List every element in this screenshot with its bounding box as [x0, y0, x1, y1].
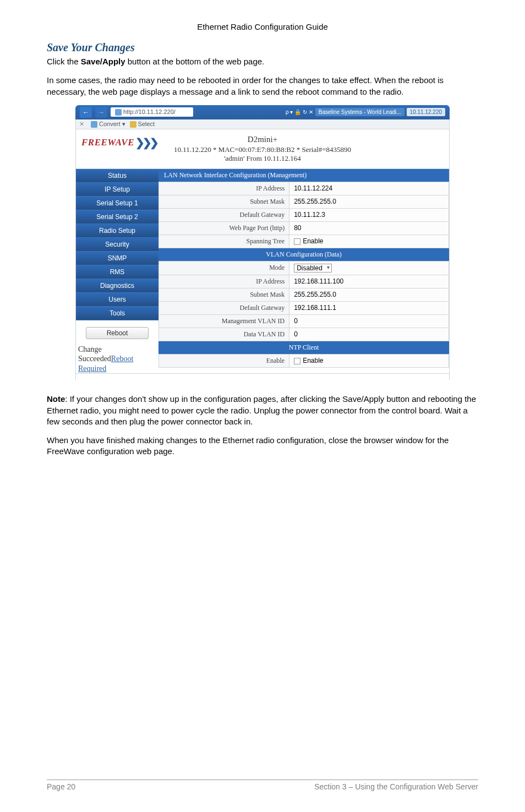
screenshot: ← → http://10.11.12.220/ ρ ▾ 🔒 ↻ ✕ Basel…: [75, 105, 450, 381]
sidebar-item-security[interactable]: Security: [76, 238, 158, 252]
lan-ip-label: IP Address: [159, 182, 289, 195]
chevron-icon: ❯❯❯: [135, 136, 157, 149]
forward-button[interactable]: →: [95, 107, 107, 118]
section-vlan-header: VLAN Configuration (Data): [158, 248, 449, 261]
sidebar-item-serial-1[interactable]: Serial Setup 1: [76, 197, 158, 210]
lan-span-label: Spanning Tree: [159, 235, 289, 248]
vlan-mode-label: Mode: [159, 261, 289, 275]
admin-from-line: 'admin' From 10.11.12.164: [80, 154, 445, 163]
callout-succeeded: Succeeded: [78, 355, 111, 363]
browser-toolbar: ✕ Convert ▾ Select: [75, 119, 450, 129]
sidebar-item-diagnostics[interactable]: Diagnostics: [76, 279, 158, 293]
reboot-link[interactable]: Reboot: [111, 355, 133, 363]
section-lan-header: LAN Network Interface Configuration (Man…: [158, 169, 449, 182]
select-icon: [130, 121, 136, 128]
section-title: Save Your Changes: [47, 41, 478, 54]
vlan-mask-label: Subnet Mask: [159, 288, 289, 301]
vlan-ip-value[interactable]: 192.168.111.100: [289, 275, 449, 288]
intro-paragraph-1: Click the Save/Apply button at the botto…: [47, 56, 478, 67]
search-controls[interactable]: ρ ▾ 🔒 ↻ ✕: [286, 109, 313, 115]
convert-icon: [91, 121, 97, 128]
freewave-logo: FREEWAVE❯❯❯: [81, 136, 157, 149]
page-footer: Page 20 Section 3 – Using the Configurat…: [47, 780, 478, 791]
back-button[interactable]: ←: [80, 107, 92, 118]
text: button at the bottom of the web page.: [125, 57, 265, 66]
select-menu[interactable]: Select: [130, 121, 155, 128]
change-callout: Change SucceededReboot Required: [78, 345, 158, 374]
lan-port-value[interactable]: 80: [289, 221, 449, 235]
lan-span-value[interactable]: Enable: [289, 235, 449, 248]
address-bar[interactable]: http://10.11.12.220/: [111, 107, 193, 117]
save-apply-label: Save/Apply: [81, 57, 125, 66]
lan-mask-label: Subnet Mask: [159, 195, 289, 208]
checkbox-icon[interactable]: [294, 358, 300, 364]
lan-ip-value[interactable]: 10.11.12.224: [289, 182, 449, 195]
lan-gw-value[interactable]: 10.11.12.3: [289, 208, 449, 221]
globe-icon: [115, 109, 122, 116]
closing-paragraph: When you have finished making changes to…: [47, 435, 478, 457]
section-ntp-header: NTP Client: [158, 341, 449, 354]
vlan-table: ModeDisabled IP Address192.168.111.100 S…: [158, 261, 449, 341]
lan-table: IP Address10.11.12.224 Subnet Mask255.25…: [158, 182, 449, 248]
vlan-mode-value[interactable]: Disabled: [289, 261, 449, 275]
vlan-mgmt-label: Management VLAN ID: [159, 314, 289, 328]
vlan-gw-label: Default Gateway: [159, 301, 289, 314]
sidebar-item-radio[interactable]: Radio Setup: [76, 224, 158, 238]
close-icon[interactable]: ✕: [79, 121, 84, 128]
url-text: http://10.11.12.220/: [123, 108, 176, 115]
sidebar-nav: Status IP Setup Serial Setup 1 Serial Se…: [76, 169, 158, 374]
note-paragraph: Note: If your changes don't show up in t…: [47, 394, 478, 427]
ntp-enable-label: Enable: [159, 354, 289, 367]
sidebar-item-users[interactable]: Users: [76, 293, 158, 307]
sidebar-item-tools[interactable]: Tools: [76, 307, 158, 320]
ntp-enable-value[interactable]: Enable: [289, 354, 449, 367]
vlan-ip-label: IP Address: [159, 275, 289, 288]
tab-baseline[interactable]: Baseline Systems - World Leadi...: [315, 108, 404, 116]
device-banner: FREEWAVE❯❯❯ D2mini+ 10.11.12.220 * MAC=0…: [75, 129, 450, 169]
vlan-data-label: Data VLAN ID: [159, 328, 289, 341]
sidebar-item-status[interactable]: Status: [76, 169, 158, 183]
ntp-table: EnableEnable: [158, 354, 449, 368]
vlan-mgmt-value[interactable]: 0: [289, 314, 449, 328]
vlan-mask-value[interactable]: 255.255.255.0: [289, 288, 449, 301]
sidebar-item-ip-setup[interactable]: IP Setup: [76, 183, 158, 197]
page-number: Page 20: [47, 782, 75, 791]
lan-port-label: Web Page Port (http): [159, 221, 289, 235]
lan-gw-label: Default Gateway: [159, 208, 289, 221]
vlan-gw-value[interactable]: 192.168.111.1: [289, 301, 449, 314]
vlan-data-value[interactable]: 0: [289, 328, 449, 341]
browser-titlebar: ← → http://10.11.12.220/ ρ ▾ 🔒 ↻ ✕ Basel…: [75, 105, 450, 119]
document-header: Ethernet Radio Configuration Guide: [47, 22, 478, 31]
lan-mask-value[interactable]: 255.255.255.0: [289, 195, 449, 208]
sidebar-item-rms[interactable]: RMS: [76, 265, 158, 279]
callout-line1: Change: [78, 345, 158, 355]
required-link[interactable]: Required: [78, 364, 158, 374]
checkbox-icon[interactable]: [294, 238, 300, 245]
torn-edge: [75, 374, 450, 380]
sidebar-item-snmp[interactable]: SNMP: [76, 252, 158, 265]
sidebar-item-serial-2[interactable]: Serial Setup 2: [76, 210, 158, 224]
tab-ip[interactable]: 10.11.12.220: [407, 108, 445, 116]
mode-select[interactable]: Disabled: [294, 264, 332, 273]
section-label: Section 3 – Using the Configuration Web …: [314, 782, 478, 791]
reboot-button[interactable]: Reboot: [86, 327, 149, 339]
text: Click the: [47, 57, 81, 66]
note-label: Note: [47, 394, 65, 404]
config-content: LAN Network Interface Configuration (Man…: [158, 169, 449, 374]
note-body: : If your changes don't show up in the c…: [47, 394, 476, 426]
convert-menu[interactable]: Convert ▾: [91, 121, 125, 128]
intro-paragraph-2: In some cases, the radio may need to be …: [47, 75, 478, 97]
